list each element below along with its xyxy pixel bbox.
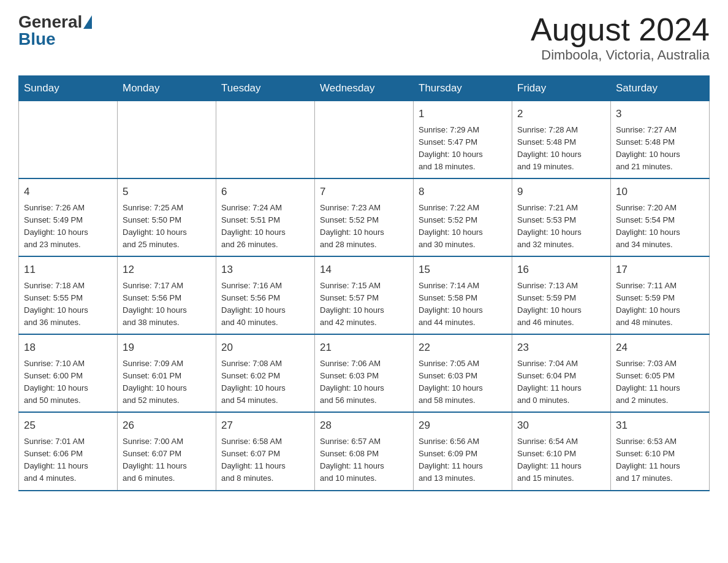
day-number: 23 (517, 340, 605, 356)
day-info: Sunrise: 7:27 AMSunset: 5:48 PMDaylight:… (616, 124, 704, 174)
day-info: Sunrise: 7:05 AMSunset: 6:03 PMDaylight:… (419, 358, 507, 407)
day-info: Sunrise: 6:57 AMSunset: 6:08 PMDaylight:… (320, 435, 408, 485)
calendar-cell (315, 101, 414, 179)
day-number: 21 (320, 340, 408, 356)
day-info: Sunrise: 7:10 AMSunset: 6:00 PMDaylight:… (24, 358, 112, 407)
day-number: 22 (419, 340, 507, 356)
calendar-header-row: SundayMondayTuesdayWednesdayThursdayFrid… (19, 76, 710, 101)
calendar-cell: 21Sunrise: 7:06 AMSunset: 6:03 PMDayligh… (315, 334, 414, 412)
calendar-cell: 13Sunrise: 7:16 AMSunset: 5:56 PMDayligh… (216, 256, 315, 334)
calendar-cell: 20Sunrise: 7:08 AMSunset: 6:02 PMDayligh… (216, 334, 315, 412)
day-info: Sunrise: 7:28 AMSunset: 5:48 PMDaylight:… (517, 124, 605, 174)
day-number: 30 (517, 418, 605, 434)
column-header-friday: Friday (512, 76, 611, 101)
calendar-cell (19, 101, 118, 179)
day-number: 26 (123, 418, 211, 434)
day-info: Sunrise: 7:14 AMSunset: 5:58 PMDaylight:… (419, 280, 507, 329)
calendar-week-row: 4Sunrise: 7:26 AMSunset: 5:49 PMDaylight… (19, 178, 710, 256)
day-number: 5 (123, 184, 211, 200)
day-info: Sunrise: 7:06 AMSunset: 6:03 PMDaylight:… (320, 358, 408, 407)
day-info: Sunrise: 7:08 AMSunset: 6:02 PMDaylight:… (221, 358, 309, 407)
day-info: Sunrise: 7:20 AMSunset: 5:54 PMDaylight:… (616, 202, 704, 251)
day-info: Sunrise: 7:15 AMSunset: 5:57 PMDaylight:… (320, 280, 408, 329)
day-info: Sunrise: 7:11 AMSunset: 5:59 PMDaylight:… (616, 280, 704, 329)
calendar-week-row: 25Sunrise: 7:01 AMSunset: 6:06 PMDayligh… (19, 412, 710, 490)
column-header-monday: Monday (118, 76, 216, 101)
day-number: 20 (221, 340, 309, 356)
day-info: Sunrise: 7:00 AMSunset: 6:07 PMDaylight:… (123, 435, 211, 485)
column-header-saturday: Saturday (611, 76, 710, 101)
day-number: 11 (24, 262, 112, 278)
day-info: Sunrise: 7:16 AMSunset: 5:56 PMDaylight:… (221, 280, 309, 329)
logo-blue-text: Blue (18, 29, 56, 49)
calendar-cell: 6Sunrise: 7:24 AMSunset: 5:51 PMDaylight… (216, 178, 315, 256)
logo: General Blue (18, 12, 93, 49)
day-number: 19 (123, 340, 211, 356)
day-info: Sunrise: 6:54 AMSunset: 6:10 PMDaylight:… (517, 435, 605, 485)
calendar-cell: 17Sunrise: 7:11 AMSunset: 5:59 PMDayligh… (611, 256, 710, 334)
calendar-cell: 2Sunrise: 7:28 AMSunset: 5:48 PMDaylight… (512, 101, 611, 179)
calendar-cell: 4Sunrise: 7:26 AMSunset: 5:49 PMDaylight… (19, 178, 118, 256)
calendar-cell: 3Sunrise: 7:27 AMSunset: 5:48 PMDaylight… (611, 101, 710, 179)
day-number: 28 (320, 418, 408, 434)
day-info: Sunrise: 7:01 AMSunset: 6:06 PMDaylight:… (24, 435, 112, 485)
day-info: Sunrise: 6:53 AMSunset: 6:10 PMDaylight:… (616, 435, 704, 485)
calendar-cell: 14Sunrise: 7:15 AMSunset: 5:57 PMDayligh… (315, 256, 414, 334)
calendar-cell: 10Sunrise: 7:20 AMSunset: 5:54 PMDayligh… (611, 178, 710, 256)
calendar-table: SundayMondayTuesdayWednesdayThursdayFrid… (18, 75, 710, 491)
day-number: 14 (320, 262, 408, 278)
day-info: Sunrise: 7:24 AMSunset: 5:51 PMDaylight:… (221, 202, 309, 251)
day-number: 25 (24, 418, 112, 434)
column-header-wednesday: Wednesday (315, 76, 414, 101)
day-info: Sunrise: 7:13 AMSunset: 5:59 PMDaylight:… (517, 280, 605, 329)
logo-triangle-icon (83, 15, 92, 29)
day-number: 18 (24, 340, 112, 356)
calendar-cell: 30Sunrise: 6:54 AMSunset: 6:10 PMDayligh… (512, 412, 611, 490)
calendar-cell: 25Sunrise: 7:01 AMSunset: 6:06 PMDayligh… (19, 412, 118, 490)
calendar-cell: 5Sunrise: 7:25 AMSunset: 5:50 PMDaylight… (118, 178, 216, 256)
day-number: 15 (419, 262, 507, 278)
column-header-tuesday: Tuesday (216, 76, 315, 101)
day-info: Sunrise: 7:21 AMSunset: 5:53 PMDaylight:… (517, 202, 605, 251)
day-number: 17 (616, 262, 704, 278)
title-block: August 2024 Dimboola, Victoria, Australi… (531, 12, 710, 63)
calendar-cell: 8Sunrise: 7:22 AMSunset: 5:52 PMDaylight… (414, 178, 512, 256)
day-number: 1 (419, 106, 507, 122)
calendar-cell: 19Sunrise: 7:09 AMSunset: 6:01 PMDayligh… (118, 334, 216, 412)
day-info: Sunrise: 6:56 AMSunset: 6:09 PMDaylight:… (419, 435, 507, 485)
calendar-cell: 27Sunrise: 6:58 AMSunset: 6:07 PMDayligh… (216, 412, 315, 490)
day-number: 4 (24, 184, 112, 200)
day-number: 12 (123, 262, 211, 278)
day-info: Sunrise: 7:04 AMSunset: 6:04 PMDaylight:… (517, 358, 605, 407)
day-info: Sunrise: 7:29 AMSunset: 5:47 PMDaylight:… (419, 124, 507, 174)
day-info: Sunrise: 7:22 AMSunset: 5:52 PMDaylight:… (419, 202, 507, 251)
calendar-cell: 28Sunrise: 6:57 AMSunset: 6:08 PMDayligh… (315, 412, 414, 490)
day-info: Sunrise: 7:26 AMSunset: 5:49 PMDaylight:… (24, 202, 112, 251)
calendar-cell: 24Sunrise: 7:03 AMSunset: 6:05 PMDayligh… (611, 334, 710, 412)
day-info: Sunrise: 7:25 AMSunset: 5:50 PMDaylight:… (123, 202, 211, 251)
calendar-cell (216, 101, 315, 179)
calendar-cell: 15Sunrise: 7:14 AMSunset: 5:58 PMDayligh… (414, 256, 512, 334)
calendar-week-row: 18Sunrise: 7:10 AMSunset: 6:00 PMDayligh… (19, 334, 710, 412)
calendar-cell: 23Sunrise: 7:04 AMSunset: 6:04 PMDayligh… (512, 334, 611, 412)
calendar-week-row: 11Sunrise: 7:18 AMSunset: 5:55 PMDayligh… (19, 256, 710, 334)
day-info: Sunrise: 7:03 AMSunset: 6:05 PMDaylight:… (616, 358, 704, 407)
calendar-cell: 18Sunrise: 7:10 AMSunset: 6:00 PMDayligh… (19, 334, 118, 412)
column-header-thursday: Thursday (414, 76, 512, 101)
day-info: Sunrise: 7:18 AMSunset: 5:55 PMDaylight:… (24, 280, 112, 329)
calendar-cell: 7Sunrise: 7:23 AMSunset: 5:52 PMDaylight… (315, 178, 414, 256)
day-number: 29 (419, 418, 507, 434)
day-info: Sunrise: 7:23 AMSunset: 5:52 PMDaylight:… (320, 202, 408, 251)
day-number: 27 (221, 418, 309, 434)
day-number: 24 (616, 340, 704, 356)
day-number: 7 (320, 184, 408, 200)
calendar-cell: 31Sunrise: 6:53 AMSunset: 6:10 PMDayligh… (611, 412, 710, 490)
month-year-title: August 2024 (531, 12, 710, 47)
day-info: Sunrise: 7:17 AMSunset: 5:56 PMDaylight:… (123, 280, 211, 329)
day-number: 13 (221, 262, 309, 278)
day-number: 8 (419, 184, 507, 200)
calendar-week-row: 1Sunrise: 7:29 AMSunset: 5:47 PMDaylight… (19, 101, 710, 179)
calendar-cell (118, 101, 216, 179)
calendar-cell: 9Sunrise: 7:21 AMSunset: 5:53 PMDaylight… (512, 178, 611, 256)
calendar-cell: 11Sunrise: 7:18 AMSunset: 5:55 PMDayligh… (19, 256, 118, 334)
